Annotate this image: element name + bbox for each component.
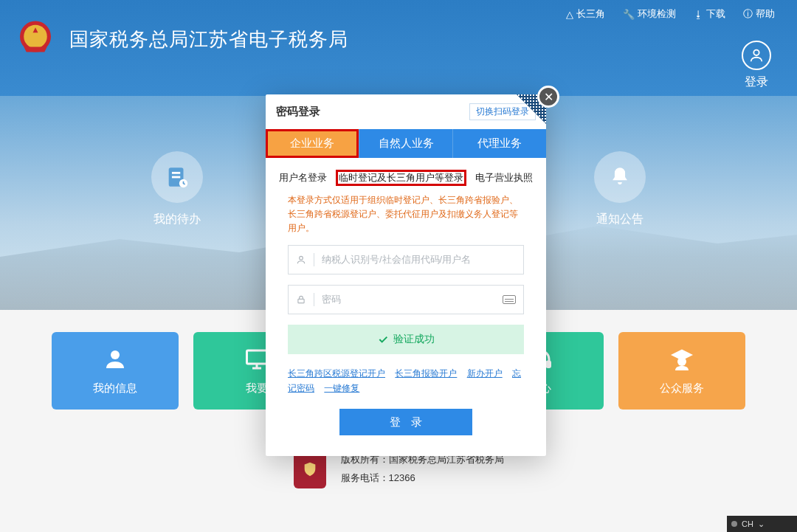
link-csj[interactable]: △ 长三角: [566, 7, 605, 21]
link-env[interactable]: 🔧 环境检测: [623, 7, 676, 21]
link-help[interactable]: ⓘ 帮助: [743, 7, 775, 21]
top-links: △ 长三角 🔧 环境检测 ⭳ 下载 ⓘ 帮助: [566, 7, 775, 21]
ime-dot-icon: [731, 521, 737, 527]
svg-point-12: [300, 256, 303, 260]
login-entry[interactable]: 登录: [742, 41, 771, 90]
check-icon: [377, 334, 389, 345]
keyboard-icon[interactable]: [503, 295, 516, 304]
tile-label: 我的信息: [93, 381, 137, 395]
verify-success: 验证成功: [288, 325, 524, 354]
help-icon: ⓘ: [743, 7, 753, 21]
switch-qr-button[interactable]: 切换扫码登录: [469, 103, 536, 120]
ime-bar[interactable]: CH ⌄: [727, 516, 797, 532]
lock-icon: [296, 294, 306, 305]
link-download[interactable]: ⭳ 下载: [694, 7, 725, 21]
user-icon: [296, 255, 306, 265]
svg-point-0: [753, 50, 759, 55]
top-bar: △ 长三角 🔧 环境检测 ⭳ 下载 ⓘ 帮助 登录 国家税务总局江苏省电子税务局: [0, 0, 797, 96]
brand-title: 国家税务总局江苏省电子税务局: [69, 27, 348, 52]
tab-agent[interactable]: 代理业务: [453, 129, 546, 158]
login-submit-button[interactable]: 登录: [339, 409, 472, 435]
username-field[interactable]: [288, 245, 524, 274]
close-button[interactable]: ✕: [537, 86, 559, 108]
svg-rect-8: [247, 350, 267, 364]
tile-public[interactable]: 公众服务: [618, 332, 745, 410]
wrench-icon: 🔧: [623, 9, 635, 20]
username-input[interactable]: [322, 254, 516, 265]
card-todo[interactable]: 我的待办: [148, 151, 207, 227]
ime-label: CH: [742, 519, 753, 528]
card-notice[interactable]: 通知公告: [590, 151, 649, 227]
avatar-icon: [742, 41, 771, 70]
separator: [314, 253, 314, 266]
password-field[interactable]: [288, 285, 524, 314]
svg-rect-5: [172, 176, 180, 179]
login-hint: 本登录方式仅适用于组织临时登记户、长三角跨省报验户、长三角跨省税源登记户、委托代…: [266, 193, 546, 245]
link-csj-tax[interactable]: 长三角跨区税源登记开户: [288, 368, 385, 379]
svg-point-11: [677, 357, 686, 366]
emblem-icon: [15, 18, 56, 60]
close-icon: ✕: [544, 90, 553, 104]
download-icon: ⭳: [694, 9, 703, 20]
login-modal: ✕ 密码登录 切换扫码登录 企业业务 自然人业务 代理业务 用户名登录 临时登记…: [266, 94, 546, 456]
link-csj-report[interactable]: 长三角报验开户: [395, 368, 457, 379]
subtab-elicense[interactable]: 电子营业执照: [472, 170, 536, 186]
ime-sep: ⌄: [758, 519, 765, 529]
sub-tabs: 用户名登录 临时登记及长三角用户等登录 电子营业执照: [266, 158, 546, 193]
bell-icon: [594, 151, 646, 203]
brand: 国家税务总局江苏省电子税务局: [15, 18, 348, 60]
subtab-username[interactable]: 用户名登录: [276, 170, 330, 186]
tile-label: 公众服务: [660, 381, 704, 395]
link-repair[interactable]: 一键修复: [324, 383, 359, 393]
biz-tabs: 企业业务 自然人业务 代理业务: [266, 129, 546, 158]
svg-rect-10: [547, 362, 551, 367]
todo-icon: [151, 151, 203, 203]
triangle-icon: △: [566, 9, 573, 20]
footer-phone: 服务电话：12366: [341, 469, 504, 488]
modal-header: 密码登录 切换扫码登录: [266, 94, 546, 129]
tile-myinfo[interactable]: 我的信息: [52, 332, 179, 410]
link-new-open[interactable]: 新办开户: [467, 368, 503, 379]
tab-enterprise[interactable]: 企业业务: [266, 129, 359, 158]
user-icon: [102, 346, 128, 373]
tab-person[interactable]: 自然人业务: [359, 129, 453, 158]
svg-point-7: [111, 350, 120, 359]
separator: [314, 293, 314, 306]
helper-links: 长三角跨区税源登记开户 长三角报验开户 新办开户 忘记密码 一键修复: [266, 362, 546, 410]
card-todo-label: 我的待办: [148, 212, 207, 227]
svg-rect-13: [298, 299, 304, 303]
tile-label: 我要: [246, 381, 268, 395]
card-notice-label: 通知公告: [590, 212, 649, 227]
scholar-icon: [669, 346, 695, 373]
modal-title: 密码登录: [276, 105, 320, 119]
login-entry-label: 登录: [742, 75, 771, 90]
verify-label: 验证成功: [393, 333, 435, 346]
subtab-temp-csj[interactable]: 临时登记及长三角用户等登录: [336, 170, 466, 186]
password-input[interactable]: [322, 294, 495, 305]
svg-rect-4: [172, 172, 180, 174]
